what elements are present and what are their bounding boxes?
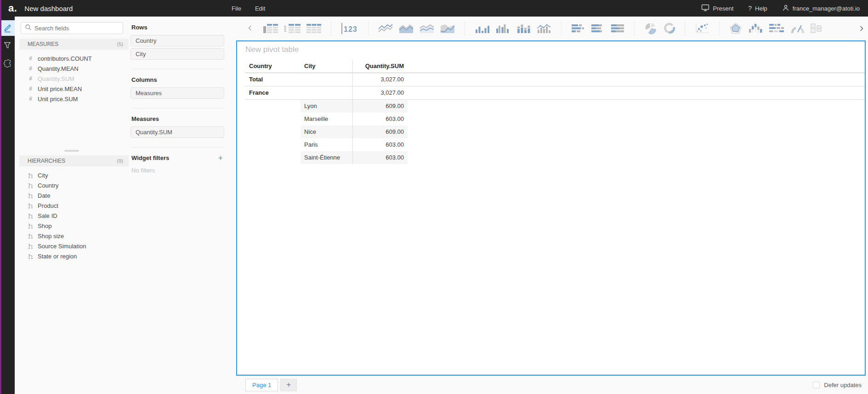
- hierarchy-item[interactable]: Sale ID: [15, 211, 129, 221]
- defer-updates-checkbox[interactable]: [813, 382, 820, 388]
- add-page-button[interactable]: +: [280, 379, 297, 391]
- puzzle-tab[interactable]: [0, 55, 15, 71]
- hierarchy-item[interactable]: Date: [15, 190, 129, 200]
- cell-country: [245, 151, 301, 164]
- area-line-chart-widget-button[interactable]: [397, 23, 415, 34]
- pivot-widget[interactable]: New pivot table Country City Quantity.SU…: [236, 40, 866, 376]
- toolbar-group: [254, 21, 331, 36]
- stacked-bar-chart-widget-button[interactable]: [590, 23, 606, 34]
- hierarchies-count: (9): [117, 158, 123, 164]
- stacked-area-chart-widget-button[interactable]: [418, 23, 436, 34]
- toolbar-group: [634, 21, 685, 36]
- kpi-123-widget-button[interactable]: 123: [340, 22, 360, 35]
- widget-toolbar-icons: 123: [254, 21, 832, 36]
- measure-item[interactable]: #Quantity.SUM: [15, 74, 129, 84]
- hierarchy-item[interactable]: Shop size: [15, 231, 129, 241]
- measure-item[interactable]: #Unit price.MEAN: [15, 84, 129, 94]
- waterfall-chart-widget-button[interactable]: [747, 22, 764, 35]
- measures-section-header[interactable]: MEASURES (5): [19, 39, 129, 50]
- table-row[interactable]: Lyon609.00: [245, 100, 865, 113]
- toolbar-scroll-left-button[interactable]: [246, 23, 254, 34]
- table-widget-button[interactable]: [305, 23, 323, 34]
- hierarchies-section-header[interactable]: HIERARCHIES (9): [19, 155, 129, 166]
- menu-edit[interactable]: Edit: [255, 5, 265, 12]
- hierarchy-item[interactable]: Source Simulation: [15, 241, 129, 251]
- menu-file[interactable]: File: [232, 5, 241, 12]
- hierarchy-item[interactable]: State or region: [15, 251, 129, 261]
- cell-value: 3,027.00: [352, 86, 408, 99]
- hierarchy-item[interactable]: Shop: [15, 221, 129, 231]
- radar-chart-widget-button[interactable]: [728, 22, 743, 35]
- field-pill[interactable]: City: [130, 48, 224, 60]
- hierarchy-item[interactable]: Product: [15, 200, 129, 211]
- gauge-chart-widget-button[interactable]: [789, 22, 806, 35]
- panel-resize-handle[interactable]: [64, 150, 79, 152]
- toolbar-group: [465, 21, 561, 36]
- toolbar-scroll-right-button[interactable]: [858, 23, 865, 35]
- dashboard-canvas: 123 New pivot table Country City Quantit…: [236, 17, 868, 394]
- window-edge-accent: [0, 0, 1, 394]
- add-filter-button[interactable]: +: [216, 155, 224, 161]
- search-input[interactable]: [34, 25, 119, 32]
- table-row[interactable]: Total3,027.00: [245, 73, 865, 86]
- field-pill[interactable]: Country: [130, 35, 224, 46]
- cell-value: 603.00: [352, 138, 408, 151]
- bar-chart-widget-button[interactable]: [570, 23, 586, 34]
- hierarchy-item[interactable]: City: [15, 170, 129, 180]
- tree-table-widget-button[interactable]: [283, 23, 302, 34]
- box-plot-widget-button[interactable]: [810, 22, 823, 35]
- line-chart-icon: [378, 23, 393, 34]
- toolbar-group: [719, 21, 832, 36]
- pencil-tab[interactable]: [0, 20, 15, 36]
- table-row[interactable]: Marseille603.00: [245, 113, 865, 126]
- search-box: [21, 22, 123, 34]
- user-menu[interactable]: france_manager@atoti.io: [782, 4, 860, 13]
- present-button[interactable]: Present: [701, 4, 733, 13]
- histogram-line-chart-widget-button[interactable]: [535, 23, 553, 34]
- dashboard-title[interactable]: New dashboard: [24, 5, 73, 12]
- gauge-chart-icon: [790, 23, 806, 34]
- table-row[interactable]: France3,027.00: [245, 86, 865, 100]
- main-area: MEASURES (5) #contributors.COUNT#Quantit…: [0, 17, 868, 394]
- field-pill[interactable]: Measures: [130, 87, 224, 99]
- toolbar-group: [561, 21, 634, 36]
- pivot-table: Country City Quantity.SUM Total3,027.00F…: [245, 60, 865, 164]
- table-row[interactable]: Paris603.00: [245, 138, 865, 151]
- widget-title-input[interactable]: New pivot table: [245, 45, 865, 58]
- help-button[interactable]: ? Help: [748, 5, 767, 12]
- measure-item[interactable]: #Unit price.SUM: [15, 94, 129, 104]
- cell-country: Total: [245, 73, 301, 86]
- pie-chart-widget-button[interactable]: [643, 22, 658, 35]
- cell-city: Paris: [301, 138, 352, 151]
- pivot-table-widget-button[interactable]: [262, 23, 279, 34]
- section-divider: [131, 147, 223, 148]
- stacked-column-chart-widget-button[interactable]: [515, 23, 532, 34]
- column-header-city[interactable]: City: [301, 60, 352, 73]
- line-chart-widget-button[interactable]: [377, 23, 394, 34]
- measure-item[interactable]: #Quantity.MEAN: [15, 63, 129, 74]
- page-tab[interactable]: Page 1: [245, 379, 278, 391]
- defer-updates-label: Defer updates: [824, 382, 862, 388]
- gantt-chart-widget-button[interactable]: [767, 22, 786, 35]
- measure-item[interactable]: #contributors.COUNT: [15, 53, 129, 63]
- column-header-value[interactable]: Quantity.SUM: [352, 60, 408, 73]
- widget-type-toolbar: 123: [236, 17, 868, 40]
- atoti-logo: a.: [8, 2, 17, 14]
- scatter-plot-widget-button[interactable]: [693, 22, 711, 35]
- page-bar: Page 1 + Defer updates: [236, 376, 868, 394]
- donut-chart-icon: [663, 23, 675, 35]
- hash-icon: #: [28, 75, 34, 82]
- cell-value: 609.00: [352, 126, 408, 138]
- funnel-tab[interactable]: [0, 38, 15, 53]
- table-row[interactable]: Saint-Étienne603.00: [245, 151, 865, 164]
- table-row[interactable]: Nice609.00: [245, 126, 865, 138]
- hierarchy-item[interactable]: Country: [15, 180, 129, 190]
- column-header-country[interactable]: Country: [245, 60, 301, 73]
- field-pill[interactable]: Quantity.SUM: [130, 126, 224, 138]
- donut-chart-widget-button[interactable]: [662, 22, 676, 35]
- grouped-column-chart-widget-button[interactable]: [494, 23, 511, 34]
- toolbar-group: [685, 21, 719, 36]
- column-chart-widget-button[interactable]: [473, 23, 491, 34]
- area-chart-widget-button[interactable]: [439, 23, 456, 34]
- full-stacked-bar-chart-widget-button[interactable]: [609, 23, 626, 34]
